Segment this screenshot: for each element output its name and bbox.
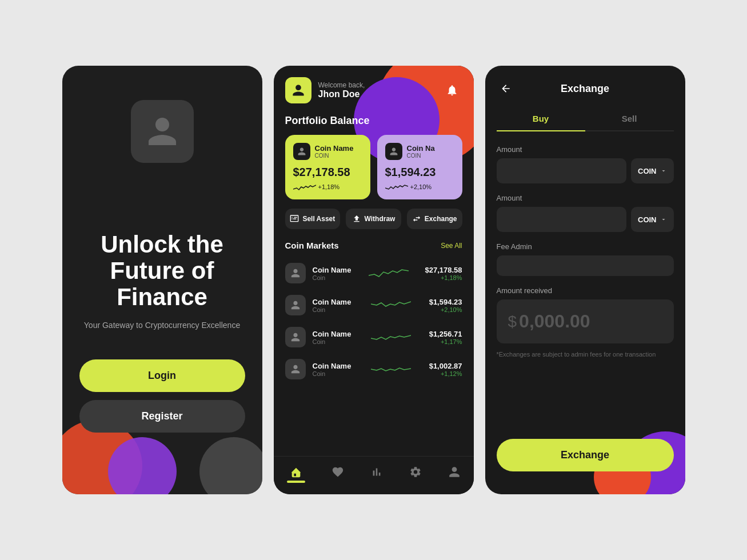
coin-card-2-change: +2,10% <box>385 182 454 191</box>
avatar-placeholder <box>131 100 194 163</box>
coin-icon-2 <box>385 143 402 160</box>
coin-avatar-icon-2 <box>389 147 398 156</box>
hero-title: Unlock the Future of Finance <box>79 231 245 311</box>
market-icon-1 <box>285 263 306 283</box>
market-icon-2 <box>285 295 306 315</box>
coin-icon-1 <box>293 143 310 160</box>
market-coin-icon-4 <box>290 364 301 374</box>
welcome-text: Welcome back, <box>318 81 365 89</box>
chevron-down-icon-1 <box>660 167 667 174</box>
market-coin-icon-1 <box>290 268 301 278</box>
exchange-title: Exchange <box>515 83 656 95</box>
exchange-footer: Exchange <box>485 439 685 494</box>
exchange-tabs: Buy Sell <box>485 107 685 131</box>
amount-label-1: Amount <box>497 145 674 154</box>
chart-1 <box>293 182 316 191</box>
coin-selector-2[interactable]: COIN <box>631 207 674 232</box>
market-chart-2 <box>371 296 411 312</box>
notification-dot <box>456 82 460 87</box>
coin-card-1-change: +1,18% <box>293 182 362 191</box>
amount-received-box: $ 0,000.00 <box>497 299 674 343</box>
market-item-1[interactable]: Coin Name Coin $27,178.58 +1,18% <box>274 257 474 289</box>
login-screen: Unlock the Future of Finance Your Gatewa… <box>62 66 262 494</box>
hero-text: Unlock the Future of Finance Your Gatewa… <box>79 231 245 331</box>
market-icon-3 <box>285 327 306 347</box>
fee-field <box>497 255 674 276</box>
coin-avatar-icon <box>297 147 306 156</box>
fee-label: Fee Admin <box>497 242 674 251</box>
notification-bell[interactable] <box>442 80 462 101</box>
market-item-2[interactable]: Coin Name Coin $1,594.23 +2,10% <box>274 289 474 321</box>
nav-active-indicator <box>287 481 305 483</box>
market-chart-1 <box>369 264 409 280</box>
coin-card-2[interactable]: Coin Na COIN $1,594.23 +2,10% <box>377 135 462 199</box>
market-item-3[interactable]: Coin Name Coin $1,256.71 +1,17% <box>274 321 474 353</box>
tab-sell[interactable]: Sell <box>585 107 674 131</box>
received-label: Amount received <box>497 286 674 295</box>
hero-subtitle: Your Gateway to Cryptocurrency Excellenc… <box>79 320 245 331</box>
dashboard-header: Welcome back, Jhon Doe <box>274 66 474 103</box>
markets-title: Coin Markets <box>285 241 339 250</box>
coin-card-2-ticker: COIN <box>407 153 435 159</box>
amount-label-2: Amount <box>497 194 674 202</box>
market-chart-3 <box>371 328 411 344</box>
amount-input-2[interactable] <box>497 207 627 232</box>
avatar <box>285 77 311 103</box>
tab-buy[interactable]: Buy <box>497 107 585 131</box>
coin-card-1-ticker: COIN <box>315 153 354 159</box>
market-item-4[interactable]: Coin Name Coin $1,002.87 +1,12% <box>274 353 474 385</box>
market-icon-4 <box>285 359 306 379</box>
nav-favorites[interactable] <box>331 466 344 483</box>
nav-home[interactable] <box>287 466 305 483</box>
user-icon <box>145 114 179 149</box>
markets-list: Coin Name Coin $27,178.58 +1,18% <box>274 257 474 385</box>
disclaimer-text: *Exchanges are subject to admin fees for… <box>497 350 674 359</box>
coin-card-2-name: Coin Na <box>407 144 435 153</box>
user-info: Welcome back, Jhon Doe <box>285 77 365 103</box>
register-button[interactable]: Register <box>79 400 245 433</box>
coin-card-1[interactable]: Coin Name COIN $27,178.58 +1,18% <box>285 135 370 199</box>
profile-icon <box>448 466 461 478</box>
exchange-icon <box>412 214 421 223</box>
markets-header: Coin Markets See All <box>274 241 474 250</box>
sell-icon <box>290 214 299 223</box>
coin-card-2-amount: $1,594.23 <box>385 166 454 179</box>
chevron-down-icon-2 <box>660 216 667 223</box>
coin-card-1-amount: $27,178.58 <box>293 166 362 179</box>
withdraw-button[interactable]: Withdraw <box>346 209 401 229</box>
coin-selector-1[interactable]: COIN <box>631 158 674 183</box>
amount-input-row-1: COIN <box>497 158 674 183</box>
exchange-header: Exchange <box>485 66 685 107</box>
heart-icon <box>331 466 344 478</box>
nav-profile[interactable] <box>448 466 461 483</box>
dashboard-screen: Welcome back, Jhon Doe Portfolio Balance <box>274 66 474 494</box>
login-button[interactable]: Login <box>79 359 245 392</box>
see-all-link[interactable]: See All <box>441 242 462 250</box>
portfolio-cards: Coin Name COIN $27,178.58 +1,18% <box>274 135 474 199</box>
amount-input-row-2: COIN <box>497 207 674 232</box>
coin-card-1-name: Coin Name <box>315 144 354 153</box>
exchange-body: Amount COIN Amount COIN Fee Admin Amount… <box>485 145 685 439</box>
amount-input-1[interactable] <box>497 158 627 183</box>
market-coin-icon-3 <box>290 332 301 342</box>
exchange-screen: Exchange Buy Sell Amount COIN Amount COI… <box>485 66 685 494</box>
settings-icon <box>409 466 422 478</box>
user-name: Jhon Doe <box>318 89 365 99</box>
exchange-button[interactable]: Exchange <box>407 209 462 229</box>
portfolio-label: Portfolio Balance <box>285 115 462 127</box>
auth-buttons: Login Register <box>79 359 245 433</box>
market-coin-icon-2 <box>290 300 301 310</box>
bottom-nav <box>274 456 474 494</box>
back-arrow-icon <box>500 83 512 94</box>
nav-chart[interactable] <box>370 466 383 483</box>
exchange-action-button[interactable]: Exchange <box>497 439 674 471</box>
sell-asset-button[interactable]: Sell Asset <box>285 209 341 229</box>
nav-settings[interactable] <box>409 466 422 483</box>
withdraw-icon <box>352 214 361 223</box>
chart-2 <box>385 182 408 191</box>
market-chart-4 <box>371 360 411 376</box>
home-icon <box>290 466 302 478</box>
back-button[interactable] <box>497 79 515 98</box>
deco-gray-circle <box>199 437 262 494</box>
chart-icon <box>370 466 383 478</box>
